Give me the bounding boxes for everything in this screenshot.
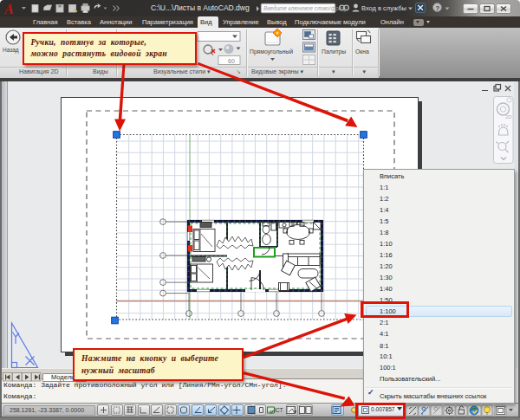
svg-text:2D: 2D <box>505 114 512 120</box>
